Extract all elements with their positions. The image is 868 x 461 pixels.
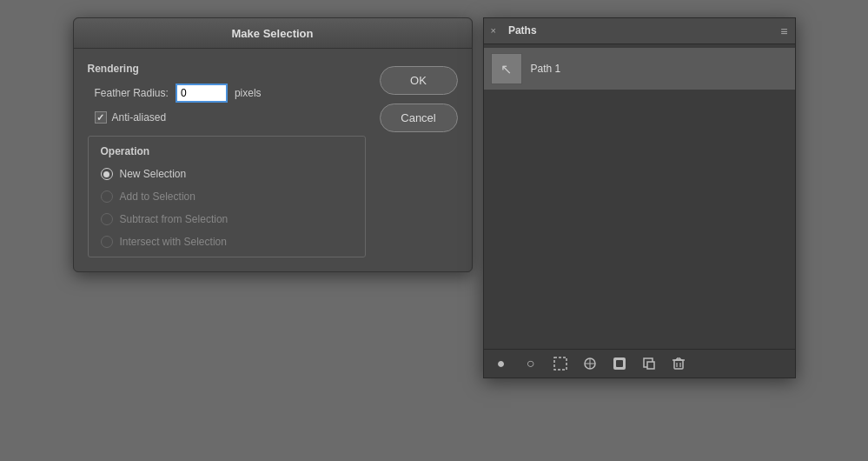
radio-new-selection-btn[interactable]: [101, 168, 113, 180]
radio-new-selection-label: New Selection: [120, 168, 187, 180]
radio-subtract-label: Subtract from Selection: [120, 213, 229, 225]
dialog-buttons: OK Cancel: [380, 63, 458, 257]
radio-subtract-btn[interactable]: [101, 213, 113, 225]
path-thumb-icon: ↖: [500, 61, 512, 77]
selection-to-path-icon[interactable]: [552, 355, 569, 372]
rendering-label: Rendering: [88, 63, 366, 75]
dialog-body: Rendering Feather Radius: pixels Anti-al…: [74, 49, 472, 271]
rendering-section: Rendering Feather Radius: pixels Anti-al…: [88, 63, 366, 124]
operation-section: Operation New Selection Add to Selection…: [88, 136, 366, 257]
feather-label: Feather Radius:: [95, 87, 169, 99]
radio-subtract-from-selection[interactable]: Subtract from Selection: [101, 213, 353, 225]
panel-menu-icon[interactable]: ≡: [780, 24, 787, 38]
panel-tabs: Paths: [501, 21, 775, 42]
svg-rect-8: [674, 360, 683, 369]
pixels-label: pixels: [235, 87, 262, 99]
feather-row: Feather Radius: pixels: [95, 84, 366, 103]
close-icon[interactable]: ×: [491, 26, 496, 36]
cancel-button[interactable]: Cancel: [380, 104, 458, 132]
radio-new-selection[interactable]: New Selection: [101, 168, 353, 180]
paths-panel: × Paths ≡ ↖ Path 1 ● ○: [483, 17, 796, 378]
anti-alias-row: Anti-aliased: [95, 111, 366, 124]
add-mask-icon[interactable]: [611, 355, 628, 372]
panel-toolbar: ● ○: [484, 349, 795, 377]
dialog-left: Rendering Feather Radius: pixels Anti-al…: [88, 63, 366, 257]
path-to-selection-icon[interactable]: [581, 355, 599, 372]
svg-rect-0: [554, 357, 567, 370]
anti-alias-checkbox[interactable]: [95, 111, 107, 124]
svg-rect-7: [647, 362, 654, 369]
path-name: Path 1: [531, 63, 561, 75]
radio-intersect-with-selection[interactable]: Intersect with Selection: [101, 236, 353, 248]
delete-path-icon[interactable]: [670, 355, 687, 372]
radio-add-btn[interactable]: [101, 190, 113, 203]
dialog-title: Make Selection: [232, 27, 314, 40]
operation-title: Operation: [101, 145, 353, 157]
make-selection-dialog: Make Selection Rendering Feather Radius:…: [73, 17, 473, 272]
radio-intersect-label: Intersect with Selection: [120, 236, 227, 248]
paths-tab[interactable]: Paths: [501, 21, 544, 42]
radio-inner: [103, 171, 109, 177]
anti-alias-label: Anti-aliased: [112, 111, 167, 124]
dialog-title-bar: Make Selection: [74, 18, 472, 49]
path-item[interactable]: ↖ Path 1: [484, 48, 795, 90]
panel-content: ↖ Path 1: [484, 44, 795, 349]
fill-path-icon[interactable]: ●: [493, 355, 510, 372]
radio-intersect-btn[interactable]: [101, 236, 113, 248]
path-thumbnail: ↖: [491, 53, 522, 84]
radio-add-to-selection[interactable]: Add to Selection: [101, 190, 353, 203]
svg-rect-5: [616, 360, 623, 367]
ok-button[interactable]: OK: [380, 66, 458, 95]
stroke-path-icon[interactable]: ○: [522, 355, 540, 372]
new-path-icon[interactable]: [640, 355, 658, 372]
feather-radius-input[interactable]: [176, 84, 228, 103]
radio-add-label: Add to Selection: [120, 190, 195, 203]
panel-header: × Paths ≡: [484, 18, 795, 44]
